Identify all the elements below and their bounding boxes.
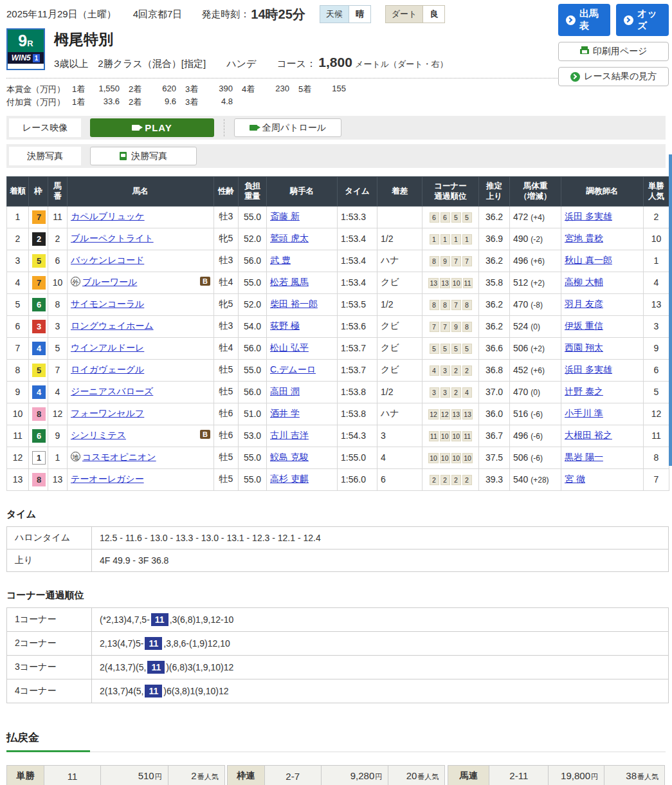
carried-weight: 56.0 (239, 337, 267, 359)
play-video-button[interactable]: PLAY (90, 118, 214, 137)
frame-number-badge: 3 (32, 320, 46, 333)
margin: 3 (377, 425, 422, 447)
finish-time: 1:53.4 (338, 272, 377, 293)
horse-name-cell: ロングウェイホーム (68, 315, 214, 337)
finish-photo-button[interactable]: 決勝写真 (90, 147, 197, 165)
horse-weight: 540 (+28) (510, 468, 561, 490)
print-page-button[interactable]: 印刷用ページ (558, 42, 669, 61)
jockey-link[interactable]: 斎藤 新 (270, 211, 300, 221)
frame-number-badge: 8 (32, 473, 46, 486)
odds-button-label: オッズ (637, 8, 661, 32)
corner-positions: 12121313 (422, 403, 479, 425)
horse-link[interactable]: シンリミテス (71, 430, 126, 440)
trainer-link[interactable]: 羽月 友彦 (565, 299, 603, 309)
trainer-link[interactable]: 西園 翔太 (565, 342, 603, 353)
horse-number: 12 (48, 403, 68, 425)
odds-button[interactable]: オッズ (616, 4, 669, 36)
win-payout-row: 単勝 11 510円 2番人気 (7, 765, 225, 785)
horse-link[interactable]: ウインアルドーレ (71, 342, 144, 353)
payout-group-exotics: 馬連 2-11 19,800円 38番人気 馬単 11-2 29,100円 60… (447, 765, 666, 785)
jockey-link[interactable]: 高田 潤 (270, 386, 300, 396)
guide-button-label: レース結果の見方 (584, 71, 657, 82)
finish-time: 1:53.8 (338, 403, 377, 425)
horse-link[interactable]: テーオーレガシー (71, 474, 144, 484)
agari-values: 4F 49.9 - 3F 36.8 (92, 549, 669, 571)
print-button-label: 印刷用ページ (593, 46, 648, 57)
table-row: 3 5 6 バッケンレコード 牡3 56.0 武 豊 1:53.4 ハナ 897… (7, 250, 669, 272)
horse-link[interactable]: フォーワンセルフ (71, 408, 144, 418)
trainer-link[interactable]: 辻野 泰之 (565, 386, 603, 396)
horse-link[interactable]: ブルーペクトライト (71, 233, 154, 243)
trainer-link[interactable]: 小手川 準 (565, 408, 603, 418)
scrollbar[interactable] (669, 154, 672, 466)
section-underline (6, 750, 666, 752)
last-3f: 36.2 (479, 315, 510, 337)
horse-link[interactable]: サイモンコーラル (71, 299, 144, 309)
margin (377, 206, 422, 228)
horse-link[interactable]: ロングウェイホーム (71, 320, 154, 331)
trainer-link[interactable]: 宮地 貴稔 (565, 233, 603, 243)
trainer-link[interactable]: 黒岩 陽一 (565, 452, 603, 462)
race-class: 3歳以上 2勝クラス（混合）[指定] (54, 58, 206, 69)
blinkers-badge: B (200, 277, 210, 286)
corner-section-heading: コーナー通過順位 (6, 589, 666, 602)
entries-button[interactable]: 出馬表 (558, 4, 610, 36)
winner-highlight: 11 (151, 613, 168, 626)
win-favorite: 10 (644, 228, 669, 250)
added-prize-row: 付加賞（万円） 1着33.6 2着9.6 3着4.8 (6, 97, 672, 108)
jockey-link[interactable]: 古川 吉洋 (270, 430, 309, 440)
margin: 6 (377, 468, 422, 490)
finish-time: 1:55.0 (338, 447, 377, 468)
race-video-label: レース映像 (9, 118, 81, 137)
combination: 2-7 (264, 765, 321, 785)
horse-link[interactable]: バッケンレコード (71, 255, 144, 265)
horse-link[interactable]: カペルブリュッケ (71, 211, 145, 221)
sex-age: 牝5 (214, 293, 239, 315)
corner-label: 2コーナー (7, 631, 92, 655)
distance-unit: メートル（ダート・右） (355, 59, 448, 69)
horse-link[interactable]: ロイガヴェーグル (71, 364, 144, 374)
table-row: 11 6 9 Bシンリミテス 牡6 53.0 古川 吉洋 1:54.3 3 11… (7, 425, 669, 447)
jockey-link[interactable]: 鷲頭 虎太 (270, 233, 309, 243)
finish-position: 5 (7, 293, 29, 315)
jockey-link[interactable]: 高杉 吏麒 (270, 474, 309, 484)
carried-weight: 52.0 (239, 228, 267, 250)
corner-positions: 8878 (422, 293, 479, 315)
col-horse-name: 馬名 (68, 177, 214, 207)
frame-number-badge: 5 (32, 364, 46, 377)
trainer-link[interactable]: 高柳 大輔 (565, 277, 603, 287)
race-result-page: 2025年11月29日（土曜） 4回京都7日 発走時刻： 14時25分 天候 晴… (0, 0, 672, 785)
horse-link[interactable]: ブルーワール (82, 277, 137, 287)
jockey-link[interactable]: 鮫島 克駿 (270, 452, 309, 462)
trainer-link[interactable]: 大根田 裕之 (565, 430, 612, 440)
patrol-video-button[interactable]: 全周パトロール (234, 118, 341, 137)
jockey-link[interactable]: C.デムーロ (270, 364, 316, 374)
trainer-link[interactable]: 秋山 真一郎 (565, 255, 612, 265)
carried-weight: 51.0 (239, 403, 267, 425)
trainer-link[interactable]: 伊坂 重信 (565, 320, 603, 331)
margin: ハナ (377, 250, 422, 272)
horse-number: 3 (48, 315, 68, 337)
trainer-link[interactable]: 宮 徹 (565, 474, 585, 484)
prize-block: 本賞金（万円） 1着1,550 2着620 3着390 4着230 5着155 … (0, 84, 672, 108)
corner-label: 4コーナー (7, 679, 92, 703)
jockey-link[interactable]: 松山 弘平 (270, 342, 309, 353)
results-table: 着順 枠 馬番 馬名 性齢 負担重量 騎手名 タイム 着差 コーナー通過順位 推… (6, 176, 669, 491)
table-row: 12 1 1 地コスモオピニオン 牡5 55.0 鮫島 克駿 1:55.0 4 … (7, 447, 669, 468)
trainer-link[interactable]: 浜田 多実雄 (565, 364, 612, 374)
jockey-link[interactable]: 松若 風馬 (270, 277, 309, 287)
carried-weight: 55.0 (239, 272, 267, 293)
horse-name-cell: ウインアルドーレ (68, 337, 214, 359)
table-row: 13 8 13 テーオーレガシー 牡5 55.0 高杉 吏麒 1:56.0 6 … (7, 468, 669, 490)
horse-link[interactable]: コスモオピニオン (82, 452, 156, 462)
result-guide-button[interactable]: レース結果の見方 (558, 67, 669, 86)
jockey-link[interactable]: 武 豊 (270, 255, 291, 265)
jockey-link[interactable]: 酒井 学 (270, 408, 300, 418)
horse-name-cell: Bシンリミテス (68, 425, 214, 447)
jockey-link[interactable]: 荻野 極 (270, 320, 300, 331)
trainer-link[interactable]: 浜田 多実雄 (565, 211, 612, 221)
frame-number-badge: 6 (32, 298, 46, 311)
horse-name-cell: ジーニアスバローズ (68, 381, 214, 403)
jockey-link[interactable]: 柴田 裕一郎 (270, 299, 318, 309)
horse-link[interactable]: ジーニアスバローズ (71, 386, 153, 396)
